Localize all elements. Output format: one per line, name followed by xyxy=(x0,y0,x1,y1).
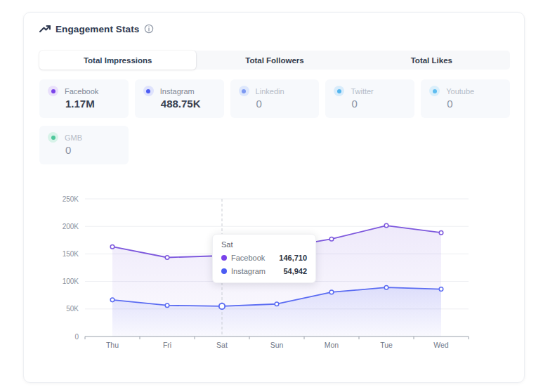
series-dot-icon xyxy=(221,255,227,261)
dot xyxy=(433,89,437,93)
stat-label: Twitter xyxy=(351,87,373,96)
stat-value: 0 xyxy=(256,98,311,110)
series-value: 146,710 xyxy=(269,254,307,262)
stat-card-facebook[interactable]: Facebook1.17M xyxy=(39,79,129,118)
stat-card-header: Instagram xyxy=(143,86,216,96)
trending-up-icon xyxy=(39,23,51,34)
tooltip-row-instagram: Instagram54,942 xyxy=(221,267,307,275)
twitter-dot-icon xyxy=(334,86,344,96)
dot xyxy=(242,89,246,93)
series-name: Facebook xyxy=(231,254,265,262)
info-icon[interactable] xyxy=(144,24,154,34)
stat-card-linkedin[interactable]: Linkedin0 xyxy=(230,79,320,118)
stat-label: Instagram xyxy=(160,87,195,96)
page-title: Engagement Stats xyxy=(55,24,139,34)
stat-value: 0 xyxy=(447,98,502,110)
stat-card-header: GMB xyxy=(48,132,120,143)
stat-card-header: Linkedin xyxy=(239,86,311,96)
stat-card-youtube[interactable]: Youtube0 xyxy=(421,79,510,118)
impressions-chart[interactable]: ThuFriSatSunMonTueWed050K100K150K200K250… xyxy=(39,189,510,361)
tab-total-followers[interactable]: Total Followers xyxy=(196,51,353,70)
tooltip-row-facebook: Facebook146,710 xyxy=(221,254,307,262)
svg-text:200K: 200K xyxy=(63,223,79,230)
stat-value: 0 xyxy=(351,98,406,110)
stat-value: 0 xyxy=(65,144,120,156)
svg-text:Thu: Thu xyxy=(106,341,119,349)
engagement-stats-card: Engagement Stats Total ImpressionsTotal … xyxy=(23,12,525,383)
stat-label: GMB xyxy=(65,133,82,142)
svg-text:Mon: Mon xyxy=(325,341,339,349)
tooltip-rows: Facebook146,710Instagram54,942 xyxy=(221,254,307,275)
facebook-dot-icon xyxy=(48,86,58,96)
stat-card-header: Facebook xyxy=(48,86,120,96)
stat-label: Linkedin xyxy=(256,87,284,96)
stat-card-gmb[interactable]: GMB0 xyxy=(39,126,129,164)
dot xyxy=(337,89,341,93)
stat-value: 488.75K xyxy=(161,98,216,110)
series-value: 54,942 xyxy=(273,267,307,275)
svg-text:50K: 50K xyxy=(66,305,79,313)
tooltip-title: Sat xyxy=(221,240,307,249)
stats-grid: Facebook1.17MInstagram488.75KLinkedin0Tw… xyxy=(39,79,510,164)
svg-text:150K: 150K xyxy=(63,250,79,258)
svg-text:0: 0 xyxy=(74,333,79,341)
stat-label: Facebook xyxy=(65,87,98,96)
linkedin-dot-icon xyxy=(239,86,249,96)
stat-label: Youtube xyxy=(446,87,474,96)
stat-card-header: Twitter xyxy=(334,86,406,96)
tab-total-impressions[interactable]: Total Impressions xyxy=(39,51,196,70)
svg-text:Sat: Sat xyxy=(216,341,228,349)
svg-text:Tue: Tue xyxy=(380,341,393,349)
svg-text:Wed: Wed xyxy=(433,341,449,349)
stat-card-twitter[interactable]: Twitter0 xyxy=(325,79,414,118)
svg-text:250K: 250K xyxy=(63,195,79,203)
instagram-dot-icon xyxy=(143,86,154,96)
youtube-dot-icon xyxy=(429,86,440,96)
series-dot-icon xyxy=(221,268,227,274)
stat-value: 1.17M xyxy=(65,98,120,110)
card-header: Engagement Stats xyxy=(39,23,154,34)
tabs: Total ImpressionsTotal FollowersTotal Li… xyxy=(39,51,510,70)
dot xyxy=(146,89,150,93)
svg-text:Sun: Sun xyxy=(270,341,284,349)
svg-text:Fri: Fri xyxy=(163,341,171,349)
series-name: Instagram xyxy=(231,267,266,275)
svg-text:100K: 100K xyxy=(63,277,79,285)
stat-card-header: Youtube xyxy=(429,86,502,96)
dot xyxy=(51,89,55,93)
gmb-dot-icon xyxy=(48,132,58,143)
chart-tooltip: Sat Facebook146,710Instagram54,942 xyxy=(212,234,316,283)
tab-total-likes[interactable]: Total Likes xyxy=(353,51,510,70)
stat-card-instagram[interactable]: Instagram488.75K xyxy=(135,79,224,118)
dot xyxy=(51,136,55,140)
